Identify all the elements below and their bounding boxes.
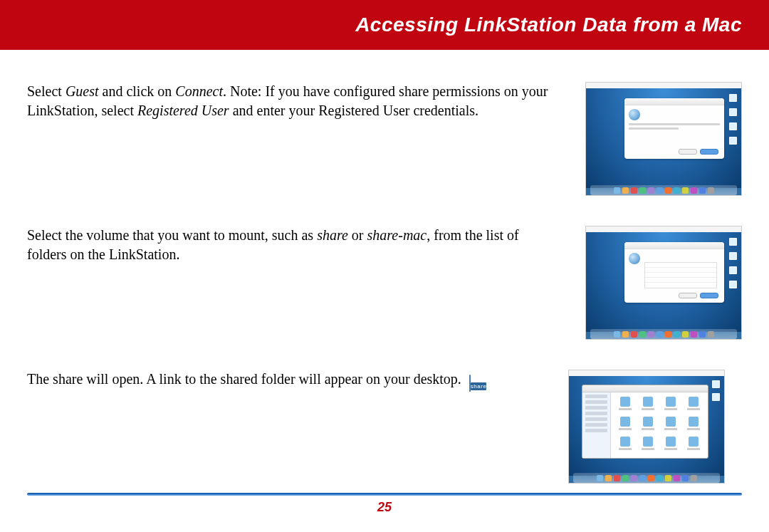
screenshot-thumbnail-3 — [568, 370, 725, 484]
emphasis-share: share — [317, 227, 348, 243]
page-title: Accessing LinkStation Data from a Mac — [355, 14, 742, 36]
instruction-row-1: Select Guest and click on Connect. Note:… — [27, 82, 742, 196]
dialog-connect — [624, 98, 724, 159]
dialog-volume-select — [624, 242, 724, 303]
text-segment: The share will open. A link to the share… — [27, 371, 461, 387]
instruction-row-3: The share will open. A link to the share… — [27, 370, 742, 484]
footer-rule — [27, 493, 742, 496]
finder-window — [582, 385, 708, 459]
text-segment: and enter your Registered User credentia… — [229, 103, 478, 118]
screenshot-thumbnail-1 — [585, 82, 742, 196]
share-icon-label: share — [471, 382, 487, 390]
instruction-text-1: Select Guest and click on Connect. Note:… — [27, 82, 557, 196]
instruction-text-3: The share will open. A link to the share… — [27, 370, 540, 484]
header-band: Accessing LinkStation Data from a Mac — [0, 0, 769, 50]
content-area: Select Guest and click on Connect. Note:… — [0, 50, 769, 493]
text-segment: and click on — [99, 83, 176, 99]
text-segment: or — [348, 227, 367, 243]
globe-icon — [469, 375, 471, 392]
emphasis-connect: Connect — [175, 83, 223, 99]
text-segment: Select — [27, 83, 66, 99]
emphasis-share-mac: share-mac — [367, 227, 427, 243]
instruction-row-2: Select the volume that you want to mount… — [27, 226, 742, 340]
emphasis-registered-user: Registered User — [137, 103, 229, 118]
text-segment: Select the volume that you want to mount… — [27, 227, 317, 243]
page-number: 25 — [0, 500, 769, 515]
instruction-text-2: Select the volume that you want to mount… — [27, 226, 557, 340]
footer: 25 — [0, 493, 769, 532]
share-desktop-icon: share — [469, 374, 499, 408]
emphasis-guest: Guest — [66, 83, 99, 99]
screenshot-thumbnail-2 — [585, 226, 742, 340]
